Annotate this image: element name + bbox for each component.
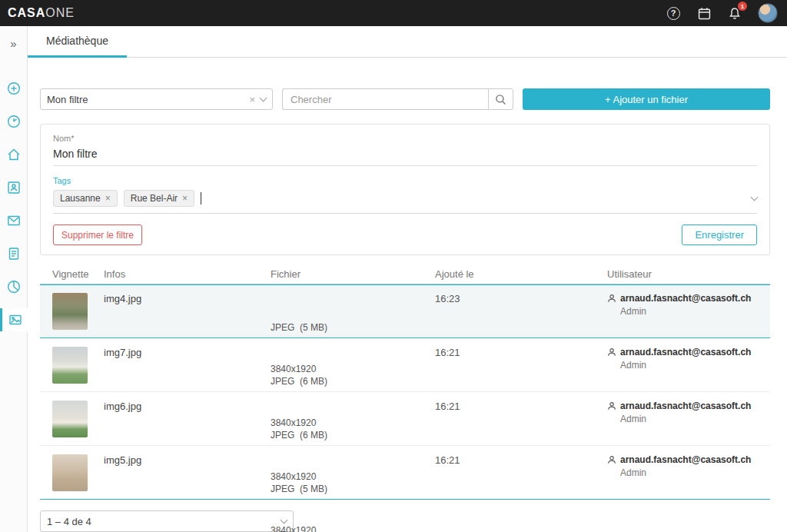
- sidebar-item-contacts[interactable]: [0, 176, 27, 199]
- help-button[interactable]: ?: [666, 5, 681, 21]
- tags-input[interactable]: Lausanne × Rue Bel-Air ×: [53, 185, 757, 214]
- calendar-button[interactable]: [696, 5, 712, 21]
- file-format: JPEG (5 MB): [271, 321, 435, 334]
- column-header-ajoute: Ajouté le: [435, 268, 607, 280]
- sidebar-expand-button[interactable]: »: [0, 26, 27, 60]
- header-actions: ? 1: [666, 3, 778, 23]
- top-header: CASAONE ? 1: [0, 0, 787, 26]
- sidebar-item-reports[interactable]: [0, 275, 27, 298]
- name-field-label: Nom*: [53, 134, 757, 143]
- thumbnail[interactable]: [52, 401, 88, 437]
- document-icon: [7, 247, 21, 261]
- table-row[interactable]: img5.jpg JPEG (5 MB) 3840x1920 16:21 arn…: [40, 446, 770, 500]
- filter-panel: Nom* Mon filtre Tags Lausanne × Rue Bel-…: [40, 124, 770, 255]
- added-time: 16:21: [435, 454, 607, 466]
- added-time: 16:21: [435, 347, 607, 358]
- user-role: Admin: [620, 306, 770, 317]
- file-dimensions: 3840x1920: [271, 524, 435, 532]
- user-icon: [607, 347, 616, 357]
- pie-chart-icon: [7, 280, 21, 294]
- chevron-down-icon: [751, 193, 759, 201]
- sidebar-item-add[interactable]: [0, 77, 27, 100]
- user-cell: arnaud.fasnacht@casasoft.ch Admin: [607, 347, 770, 371]
- table-row[interactable]: img7.jpg JPEG (6 MB) 3840x1920 16:21 arn…: [40, 338, 770, 392]
- added-time: 16:21: [435, 401, 607, 412]
- main-area: Médiathèque Mon filtre ×: [28, 26, 787, 532]
- tags-field-label: Tags: [53, 176, 757, 185]
- filter-select[interactable]: Mon filtre ×: [40, 88, 273, 110]
- sidebar-item-home[interactable]: [0, 143, 27, 166]
- add-file-button[interactable]: + Ajouter un fichier: [523, 88, 770, 110]
- media-icon: [8, 313, 22, 327]
- home-icon: [7, 148, 21, 161]
- pagination-select[interactable]: 1 – 4 de 4: [40, 510, 294, 532]
- sidebar-item-media[interactable]: [0, 308, 28, 331]
- table-row[interactable]: img4.jpg JPEG (5 MB) 3840x1920 16:23 arn…: [40, 284, 770, 338]
- user-cell: arnaud.fasnacht@casasoft.ch Admin: [607, 293, 770, 317]
- added-time: 16:23: [435, 293, 607, 304]
- column-header-utilisateur: Utilisateur: [607, 268, 770, 280]
- media-table: Vignette Infos Fichier Ajouté le Utilisa…: [40, 264, 770, 500]
- logo-text-light: ONE: [45, 6, 75, 19]
- search-input[interactable]: [282, 88, 488, 110]
- mail-icon: [7, 214, 21, 228]
- tab-mediatheque[interactable]: Médiathèque: [28, 26, 127, 58]
- file-format: JPEG (5 MB): [271, 482, 435, 496]
- thumbnail[interactable]: [52, 454, 88, 491]
- file-format: JPEG (6 MB): [271, 374, 435, 388]
- user-icon: [607, 401, 616, 411]
- tag-remove-icon[interactable]: ×: [105, 193, 111, 204]
- tag-chip: Rue Bel-Air ×: [124, 190, 194, 207]
- sidebar-nav: [0, 77, 27, 341]
- file-meta: JPEG (5 MB) 3840x1920: [271, 454, 435, 532]
- thumbnail[interactable]: [52, 347, 88, 384]
- dashboard-icon: [7, 115, 21, 128]
- user-avatar[interactable]: [758, 3, 778, 23]
- sidebar: »: [0, 26, 28, 532]
- user-icon: [607, 455, 616, 464]
- search-button[interactable]: [488, 88, 513, 110]
- user-role: Admin: [620, 414, 770, 424]
- user-email: arnaud.fasnacht@casasoft.ch: [620, 401, 751, 411]
- column-header-fichier: Fichier: [271, 268, 435, 280]
- file-name: img6.jpg: [104, 401, 271, 412]
- tag-chip: Lausanne ×: [53, 190, 118, 207]
- user-icon: [607, 294, 616, 303]
- user-email: arnaud.fasnacht@casasoft.ch: [620, 347, 751, 357]
- column-header-infos: Infos: [104, 268, 271, 280]
- help-icon: ?: [667, 7, 680, 20]
- file-name: img7.jpg: [104, 347, 271, 358]
- sidebar-item-documents[interactable]: [0, 242, 27, 265]
- notification-badge: 1: [738, 2, 747, 11]
- user-cell: arnaud.fasnacht@casasoft.ch Admin: [607, 401, 770, 424]
- thumbnail[interactable]: [52, 293, 88, 330]
- notifications-button[interactable]: 1: [727, 5, 742, 21]
- user-role: Admin: [620, 360, 770, 371]
- table-header: Vignette Infos Fichier Ajouté le Utilisa…: [40, 264, 770, 284]
- user-email: arnaud.fasnacht@casasoft.ch: [620, 454, 751, 465]
- column-header-vignette: Vignette: [52, 268, 104, 280]
- table-row[interactable]: img6.jpg JPEG (6 MB) 3840x1920 16:21 arn…: [40, 392, 770, 446]
- file-format: JPEG (6 MB): [271, 428, 435, 442]
- user-role: Admin: [620, 467, 770, 478]
- filter-clear-icon[interactable]: ×: [244, 94, 261, 105]
- text-cursor: [201, 192, 201, 204]
- tag-chip-label: Rue Bel-Air: [131, 193, 178, 204]
- name-field-value[interactable]: Mon filtre: [53, 143, 757, 166]
- save-filter-button[interactable]: Enregistrer: [682, 224, 757, 245]
- sidebar-item-mail[interactable]: [0, 209, 27, 232]
- filter-panel-actions: Supprimer le filtre Enregistrer: [53, 224, 757, 245]
- content: Mon filtre × + Ajouter un fichier Nom*: [28, 58, 787, 532]
- app-logo: CASAONE: [8, 6, 75, 20]
- delete-filter-button[interactable]: Supprimer le filtre: [53, 224, 142, 245]
- tag-remove-icon[interactable]: ×: [182, 193, 188, 204]
- toolbar: Mon filtre × + Ajouter un fichier: [40, 88, 770, 110]
- file-name: img4.jpg: [104, 293, 271, 304]
- file-name: img5.jpg: [104, 454, 271, 466]
- tab-bar: Médiathèque: [28, 26, 787, 58]
- calendar-icon: [698, 7, 711, 20]
- sidebar-item-dashboard[interactable]: [0, 110, 27, 133]
- plus-circle-icon: [7, 81, 21, 95]
- user-cell: arnaud.fasnacht@casasoft.ch Admin: [607, 454, 770, 478]
- tag-chip-label: Lausanne: [60, 193, 101, 204]
